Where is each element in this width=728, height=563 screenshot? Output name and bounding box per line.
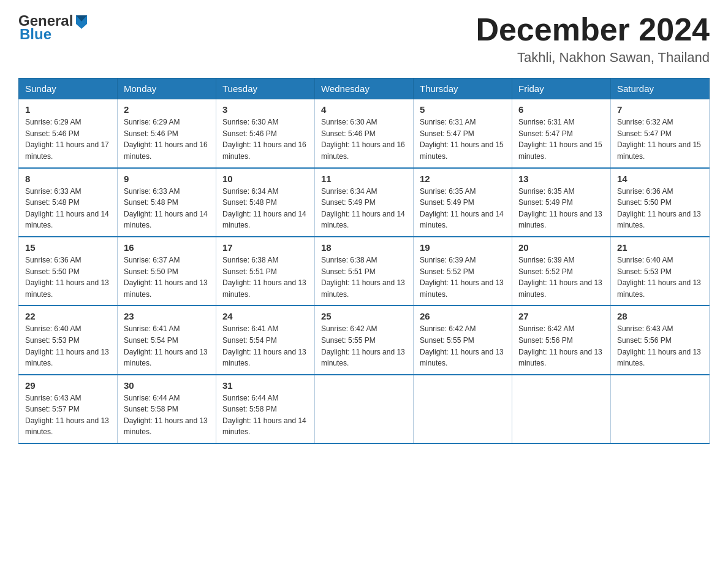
day-number: 4 — [321, 104, 407, 115]
day-info: Sunrise: 6:34 AMSunset: 5:48 PMDaylight:… — [222, 186, 308, 231]
page-header: General Blue December 2024 Takhli, Nakho… — [18, 12, 710, 66]
calendar-day-cell: 1Sunrise: 6:29 AMSunset: 5:46 PMDaylight… — [19, 99, 118, 168]
calendar-day-cell: 14Sunrise: 6:36 AMSunset: 5:50 PMDayligh… — [611, 168, 710, 237]
day-number: 15 — [25, 242, 111, 253]
day-info: Sunrise: 6:31 AMSunset: 5:47 PMDaylight:… — [420, 117, 506, 162]
calendar-day-cell — [611, 375, 710, 443]
day-info: Sunrise: 6:29 AMSunset: 5:46 PMDaylight:… — [25, 117, 111, 162]
day-info: Sunrise: 6:33 AMSunset: 5:48 PMDaylight:… — [124, 186, 210, 231]
calendar-day-cell: 4Sunrise: 6:30 AMSunset: 5:46 PMDaylight… — [315, 99, 414, 168]
calendar-day-cell: 19Sunrise: 6:39 AMSunset: 5:52 PMDayligh… — [414, 237, 512, 305]
day-info: Sunrise: 6:40 AMSunset: 5:53 PMDaylight:… — [25, 323, 111, 369]
day-info: Sunrise: 6:29 AMSunset: 5:46 PMDaylight:… — [124, 117, 210, 162]
calendar-day-cell — [315, 375, 414, 443]
day-info: Sunrise: 6:41 AMSunset: 5:54 PMDaylight:… — [222, 323, 308, 369]
day-info: Sunrise: 6:30 AMSunset: 5:46 PMDaylight:… — [321, 117, 407, 162]
month-year-title: December 2024 — [476, 12, 710, 47]
day-info: Sunrise: 6:38 AMSunset: 5:51 PMDaylight:… — [321, 255, 407, 300]
calendar-day-cell: 8Sunrise: 6:33 AMSunset: 5:48 PMDaylight… — [19, 168, 118, 237]
weekday-header-monday: Monday — [118, 79, 216, 99]
day-info: Sunrise: 6:31 AMSunset: 5:47 PMDaylight:… — [518, 117, 604, 162]
day-number: 24 — [222, 311, 308, 321]
weekday-header-saturday: Saturday — [611, 79, 710, 99]
day-number: 8 — [25, 174, 111, 184]
logo: General Blue — [18, 12, 90, 43]
calendar-day-cell: 2Sunrise: 6:29 AMSunset: 5:46 PMDaylight… — [118, 99, 216, 168]
day-number: 7 — [617, 104, 703, 115]
calendar-day-cell: 17Sunrise: 6:38 AMSunset: 5:51 PMDayligh… — [216, 237, 315, 305]
calendar-day-cell: 6Sunrise: 6:31 AMSunset: 5:47 PMDaylight… — [512, 99, 611, 168]
day-info: Sunrise: 6:33 AMSunset: 5:48 PMDaylight:… — [25, 186, 111, 231]
day-number: 22 — [25, 311, 111, 321]
day-number: 2 — [124, 104, 210, 115]
calendar-day-cell: 21Sunrise: 6:40 AMSunset: 5:53 PMDayligh… — [611, 237, 710, 305]
day-number: 14 — [617, 174, 703, 184]
day-info: Sunrise: 6:44 AMSunset: 5:58 PMDaylight:… — [222, 393, 308, 438]
calendar-day-cell: 13Sunrise: 6:35 AMSunset: 5:49 PMDayligh… — [512, 168, 611, 237]
day-info: Sunrise: 6:42 AMSunset: 5:55 PMDaylight:… — [321, 323, 407, 369]
calendar-day-cell: 11Sunrise: 6:34 AMSunset: 5:49 PMDayligh… — [315, 168, 414, 237]
day-number: 28 — [617, 311, 703, 321]
day-info: Sunrise: 6:43 AMSunset: 5:57 PMDaylight:… — [25, 393, 111, 438]
day-number: 20 — [518, 242, 604, 253]
weekday-header-row: SundayMondayTuesdayWednesdayThursdayFrid… — [19, 79, 710, 99]
day-info: Sunrise: 6:36 AMSunset: 5:50 PMDaylight:… — [617, 186, 703, 231]
day-info: Sunrise: 6:42 AMSunset: 5:55 PMDaylight:… — [420, 323, 506, 369]
weekday-header-thursday: Thursday — [414, 79, 512, 99]
weekday-header-friday: Friday — [512, 79, 611, 99]
calendar-day-cell: 23Sunrise: 6:41 AMSunset: 5:54 PMDayligh… — [118, 305, 216, 374]
day-number: 18 — [321, 242, 407, 253]
calendar-day-cell: 16Sunrise: 6:37 AMSunset: 5:50 PMDayligh… — [118, 237, 216, 305]
day-number: 9 — [124, 174, 210, 184]
calendar-day-cell: 9Sunrise: 6:33 AMSunset: 5:48 PMDaylight… — [118, 168, 216, 237]
day-info: Sunrise: 6:32 AMSunset: 5:47 PMDaylight:… — [617, 117, 703, 162]
day-number: 3 — [222, 104, 308, 115]
day-number: 26 — [420, 311, 506, 321]
calendar-week-row: 8Sunrise: 6:33 AMSunset: 5:48 PMDaylight… — [19, 168, 710, 237]
calendar-week-row: 1Sunrise: 6:29 AMSunset: 5:46 PMDaylight… — [19, 99, 710, 168]
weekday-header-sunday: Sunday — [19, 79, 118, 99]
day-number: 12 — [420, 174, 506, 184]
calendar-day-cell: 20Sunrise: 6:39 AMSunset: 5:52 PMDayligh… — [512, 237, 611, 305]
calendar-day-cell: 15Sunrise: 6:36 AMSunset: 5:50 PMDayligh… — [19, 237, 118, 305]
day-info: Sunrise: 6:39 AMSunset: 5:52 PMDaylight:… — [518, 255, 604, 300]
calendar-day-cell: 7Sunrise: 6:32 AMSunset: 5:47 PMDaylight… — [611, 99, 710, 168]
calendar-day-cell: 22Sunrise: 6:40 AMSunset: 5:53 PMDayligh… — [19, 305, 118, 374]
day-number: 13 — [518, 174, 604, 184]
calendar-day-cell — [414, 375, 512, 443]
calendar-day-cell: 27Sunrise: 6:42 AMSunset: 5:56 PMDayligh… — [512, 305, 611, 374]
calendar-week-row: 29Sunrise: 6:43 AMSunset: 5:57 PMDayligh… — [19, 375, 710, 443]
day-info: Sunrise: 6:41 AMSunset: 5:54 PMDaylight:… — [124, 323, 210, 369]
day-number: 17 — [222, 242, 308, 253]
day-info: Sunrise: 6:39 AMSunset: 5:52 PMDaylight:… — [420, 255, 506, 300]
calendar-day-cell: 30Sunrise: 6:44 AMSunset: 5:58 PMDayligh… — [118, 375, 216, 443]
day-info: Sunrise: 6:40 AMSunset: 5:53 PMDaylight:… — [617, 255, 703, 300]
day-info: Sunrise: 6:34 AMSunset: 5:49 PMDaylight:… — [321, 186, 407, 231]
calendar-day-cell: 28Sunrise: 6:43 AMSunset: 5:56 PMDayligh… — [611, 305, 710, 374]
weekday-header-tuesday: Tuesday — [216, 79, 315, 99]
logo-blue-text: Blue — [20, 26, 51, 42]
calendar-table: SundayMondayTuesdayWednesdayThursdayFrid… — [18, 78, 710, 444]
day-number: 29 — [25, 380, 111, 391]
day-number: 30 — [124, 380, 210, 391]
calendar-day-cell: 5Sunrise: 6:31 AMSunset: 5:47 PMDaylight… — [414, 99, 512, 168]
day-number: 1 — [25, 104, 111, 115]
calendar-day-cell: 31Sunrise: 6:44 AMSunset: 5:58 PMDayligh… — [216, 375, 315, 443]
day-number: 6 — [518, 104, 604, 115]
day-number: 19 — [420, 242, 506, 253]
day-info: Sunrise: 6:42 AMSunset: 5:56 PMDaylight:… — [518, 323, 604, 369]
day-number: 31 — [222, 380, 308, 391]
calendar-day-cell: 25Sunrise: 6:42 AMSunset: 5:55 PMDayligh… — [315, 305, 414, 374]
day-info: Sunrise: 6:30 AMSunset: 5:46 PMDaylight:… — [222, 117, 308, 162]
day-number: 27 — [518, 311, 604, 321]
day-number: 5 — [420, 104, 506, 115]
day-number: 10 — [222, 174, 308, 184]
day-info: Sunrise: 6:35 AMSunset: 5:49 PMDaylight:… — [420, 186, 506, 231]
title-block: December 2024 Takhli, Nakhon Sawan, Thai… — [476, 12, 710, 66]
day-info: Sunrise: 6:38 AMSunset: 5:51 PMDaylight:… — [222, 255, 308, 300]
calendar-day-cell: 10Sunrise: 6:34 AMSunset: 5:48 PMDayligh… — [216, 168, 315, 237]
day-info: Sunrise: 6:37 AMSunset: 5:50 PMDaylight:… — [124, 255, 210, 300]
day-number: 23 — [124, 311, 210, 321]
day-info: Sunrise: 6:43 AMSunset: 5:56 PMDaylight:… — [617, 323, 703, 369]
calendar-day-cell: 12Sunrise: 6:35 AMSunset: 5:49 PMDayligh… — [414, 168, 512, 237]
